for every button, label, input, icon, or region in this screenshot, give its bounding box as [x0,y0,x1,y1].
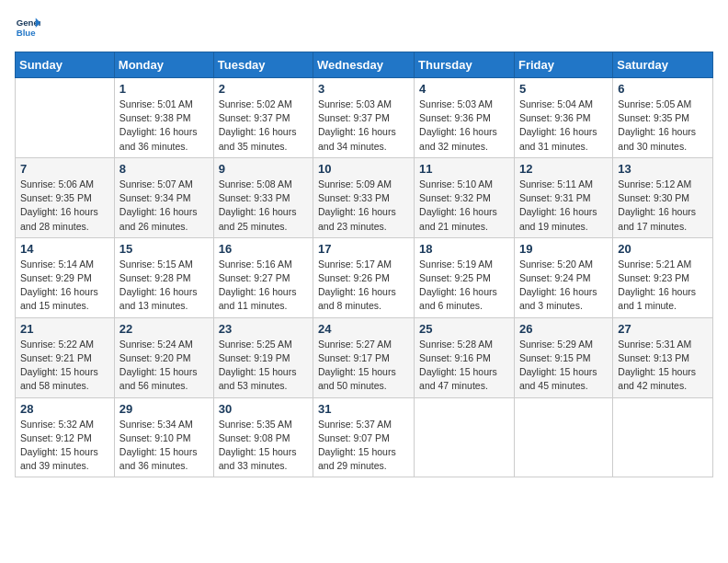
calendar-cell: 5Sunrise: 5:04 AMSunset: 9:36 PMDaylight… [514,78,612,158]
calendar-cell: 27Sunrise: 5:31 AMSunset: 9:13 PMDayligh… [613,317,713,397]
day-number: 21 [20,322,109,336]
calendar-week-1: 1Sunrise: 5:01 AMSunset: 9:38 PMDaylight… [16,78,713,158]
day-info: Sunrise: 5:04 AMSunset: 9:36 PMDaylight:… [519,98,608,154]
logo: General Blue [15,15,44,40]
day-number: 8 [119,162,209,176]
day-header-friday: Friday [514,52,612,78]
calendar-cell: 7Sunrise: 5:06 AMSunset: 9:35 PMDaylight… [16,157,115,237]
calendar-cell: 16Sunrise: 5:16 AMSunset: 9:27 PMDayligh… [213,237,313,317]
calendar-cell: 26Sunrise: 5:29 AMSunset: 9:15 PMDayligh… [514,317,612,397]
day-number: 18 [419,242,509,256]
calendar-cell: 28Sunrise: 5:32 AMSunset: 9:12 PMDayligh… [16,397,115,477]
day-number: 14 [20,242,109,256]
calendar-cell: 1Sunrise: 5:01 AMSunset: 9:38 PMDaylight… [114,78,213,158]
calendar-body: 1Sunrise: 5:01 AMSunset: 9:38 PMDaylight… [16,78,713,477]
day-number: 13 [618,162,708,176]
calendar-cell: 11Sunrise: 5:10 AMSunset: 9:32 PMDayligh… [415,157,515,237]
day-info: Sunrise: 5:14 AMSunset: 9:29 PMDaylight:… [20,258,109,314]
calendar-cell: 4Sunrise: 5:03 AMSunset: 9:36 PMDaylight… [415,78,515,158]
calendar-cell: 24Sunrise: 5:27 AMSunset: 9:17 PMDayligh… [313,317,415,397]
day-number: 24 [318,322,409,336]
day-info: Sunrise: 5:17 AMSunset: 9:26 PMDaylight:… [318,258,409,314]
calendar-cell: 21Sunrise: 5:22 AMSunset: 9:21 PMDayligh… [16,317,115,397]
day-number: 12 [519,162,608,176]
calendar-cell: 29Sunrise: 5:34 AMSunset: 9:10 PMDayligh… [114,397,213,477]
day-info: Sunrise: 5:19 AMSunset: 9:25 PMDaylight:… [419,258,509,314]
day-info: Sunrise: 5:03 AMSunset: 9:36 PMDaylight:… [419,98,509,154]
day-info: Sunrise: 5:35 AMSunset: 9:08 PMDaylight:… [219,418,308,474]
day-number: 16 [219,242,308,256]
calendar-week-2: 7Sunrise: 5:06 AMSunset: 9:35 PMDaylight… [16,157,713,237]
day-info: Sunrise: 5:31 AMSunset: 9:13 PMDaylight:… [618,338,708,394]
day-info: Sunrise: 5:08 AMSunset: 9:33 PMDaylight:… [219,178,308,234]
calendar-header-row: SundayMondayTuesdayWednesdayThursdayFrid… [16,52,713,78]
day-number: 27 [618,322,708,336]
day-info: Sunrise: 5:16 AMSunset: 9:27 PMDaylight:… [219,258,308,314]
day-number: 2 [219,82,308,96]
calendar-cell: 12Sunrise: 5:11 AMSunset: 9:31 PMDayligh… [514,157,612,237]
calendar-cell: 10Sunrise: 5:09 AMSunset: 9:33 PMDayligh… [313,157,415,237]
day-number: 3 [318,82,409,96]
day-info: Sunrise: 5:34 AMSunset: 9:10 PMDaylight:… [119,418,209,474]
calendar-cell [613,397,713,477]
calendar-cell: 31Sunrise: 5:37 AMSunset: 9:07 PMDayligh… [313,397,415,477]
day-info: Sunrise: 5:05 AMSunset: 9:35 PMDaylight:… [618,98,708,154]
calendar-cell: 6Sunrise: 5:05 AMSunset: 9:35 PMDaylight… [613,78,713,158]
day-number: 23 [219,322,308,336]
day-number: 30 [219,402,308,416]
day-info: Sunrise: 5:09 AMSunset: 9:33 PMDaylight:… [318,178,409,234]
day-info: Sunrise: 5:20 AMSunset: 9:24 PMDaylight:… [519,258,608,314]
calendar-cell: 13Sunrise: 5:12 AMSunset: 9:30 PMDayligh… [613,157,713,237]
day-number: 19 [519,242,608,256]
calendar-cell: 19Sunrise: 5:20 AMSunset: 9:24 PMDayligh… [514,237,612,317]
calendar-week-5: 28Sunrise: 5:32 AMSunset: 9:12 PMDayligh… [16,397,713,477]
day-info: Sunrise: 5:24 AMSunset: 9:20 PMDaylight:… [119,338,209,394]
day-info: Sunrise: 5:07 AMSunset: 9:34 PMDaylight:… [119,178,209,234]
day-info: Sunrise: 5:03 AMSunset: 9:37 PMDaylight:… [318,98,409,154]
day-header-thursday: Thursday [415,52,515,78]
day-info: Sunrise: 5:01 AMSunset: 9:38 PMDaylight:… [119,98,209,154]
day-info: Sunrise: 5:15 AMSunset: 9:28 PMDaylight:… [119,258,209,314]
day-number: 11 [419,162,509,176]
day-number: 25 [419,322,509,336]
day-number: 22 [119,322,209,336]
calendar-cell: 30Sunrise: 5:35 AMSunset: 9:08 PMDayligh… [213,397,313,477]
calendar-cell: 15Sunrise: 5:15 AMSunset: 9:28 PMDayligh… [114,237,213,317]
day-info: Sunrise: 5:37 AMSunset: 9:07 PMDaylight:… [318,418,409,474]
day-number: 20 [618,242,708,256]
calendar-table: SundayMondayTuesdayWednesdayThursdayFrid… [15,52,713,477]
day-info: Sunrise: 5:27 AMSunset: 9:17 PMDaylight:… [318,338,409,394]
day-number: 9 [219,162,308,176]
calendar-cell: 14Sunrise: 5:14 AMSunset: 9:29 PMDayligh… [16,237,115,317]
day-info: Sunrise: 5:06 AMSunset: 9:35 PMDaylight:… [20,178,109,234]
calendar-cell: 25Sunrise: 5:28 AMSunset: 9:16 PMDayligh… [415,317,515,397]
day-number: 5 [519,82,608,96]
calendar-cell [415,397,515,477]
day-info: Sunrise: 5:25 AMSunset: 9:19 PMDaylight:… [219,338,308,394]
day-number: 10 [318,162,409,176]
logo-icon: General Blue [15,15,40,40]
day-info: Sunrise: 5:02 AMSunset: 9:37 PMDaylight:… [219,98,308,154]
day-info: Sunrise: 5:11 AMSunset: 9:31 PMDaylight:… [519,178,608,234]
day-info: Sunrise: 5:10 AMSunset: 9:32 PMDaylight:… [419,178,509,234]
calendar-cell: 3Sunrise: 5:03 AMSunset: 9:37 PMDaylight… [313,78,415,158]
calendar-cell: 23Sunrise: 5:25 AMSunset: 9:19 PMDayligh… [213,317,313,397]
day-info: Sunrise: 5:12 AMSunset: 9:30 PMDaylight:… [618,178,708,234]
day-number: 28 [20,402,109,416]
day-number: 17 [318,242,409,256]
calendar-cell [514,397,612,477]
calendar-cell: 17Sunrise: 5:17 AMSunset: 9:26 PMDayligh… [313,237,415,317]
day-header-sunday: Sunday [16,52,115,78]
calendar-cell: 20Sunrise: 5:21 AMSunset: 9:23 PMDayligh… [613,237,713,317]
day-info: Sunrise: 5:21 AMSunset: 9:23 PMDaylight:… [618,258,708,314]
calendar-week-4: 21Sunrise: 5:22 AMSunset: 9:21 PMDayligh… [16,317,713,397]
day-number: 4 [419,82,509,96]
day-number: 29 [119,402,209,416]
day-number: 15 [119,242,209,256]
page-header: General Blue [15,15,713,40]
day-info: Sunrise: 5:28 AMSunset: 9:16 PMDaylight:… [419,338,509,394]
calendar-cell: 8Sunrise: 5:07 AMSunset: 9:34 PMDaylight… [114,157,213,237]
svg-text:Blue: Blue [17,28,36,38]
calendar-cell: 18Sunrise: 5:19 AMSunset: 9:25 PMDayligh… [415,237,515,317]
day-number: 26 [519,322,608,336]
